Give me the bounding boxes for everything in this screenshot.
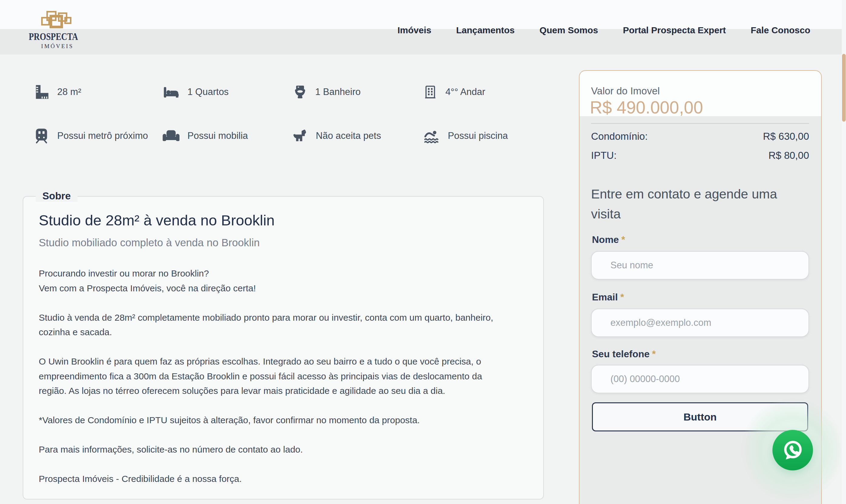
phone-input[interactable]	[591, 365, 809, 393]
ruler-icon	[34, 84, 49, 100]
email-field-label: Email*	[592, 292, 624, 303]
fee-row-iptu: IPTU: R$ 80,00	[591, 150, 809, 161]
feature-pool: Possui piscina	[423, 127, 508, 144]
main-nav: Imóveis Lançamentos Quem Somos Portal Pr…	[398, 21, 810, 39]
fees-divider	[591, 123, 809, 124]
feature-area: 28 m²	[34, 84, 81, 101]
feature-furnished: Possui mobilia	[162, 127, 248, 144]
listing-subtitle: Studio mobiliado completo à venda no Bro…	[39, 237, 260, 249]
feature-pets: Não aceita pets	[293, 127, 381, 144]
label-text: Seu telefone	[592, 348, 650, 359]
phone-field-label: Seu telefone*	[592, 348, 656, 360]
dog-icon	[293, 128, 308, 144]
property-listing-page: PROSPECTA IMÓVEIS Imóveis Lançamentos Qu…	[0, 0, 846, 504]
subway-icon	[34, 128, 49, 144]
feature-label: 1 Quartos	[187, 87, 229, 97]
fee-value: R$ 630,00	[763, 131, 809, 142]
email-input[interactable]	[591, 309, 809, 337]
name-field-label: Nome*	[592, 234, 625, 245]
fee-label: IPTU:	[591, 150, 617, 161]
brand-tagline: IMÓVEIS	[29, 43, 73, 50]
feature-label: 1 Banheiro	[315, 87, 361, 97]
submit-button[interactable]: Button	[592, 402, 808, 431]
feature-label: Não aceita pets	[316, 130, 381, 141]
feature-metro: Possui metrô próximo	[34, 127, 148, 144]
listing-title: Studio de 28m² à venda no Brooklin	[39, 212, 275, 229]
label-text: Nome	[592, 234, 619, 245]
name-input[interactable]	[591, 251, 809, 280]
swimmer-icon	[423, 128, 440, 144]
price-label: Valor do Imovel	[591, 85, 660, 97]
fee-row-condominio: Condomínio: R$ 630,00	[591, 131, 809, 142]
feature-label: 4°° Andar	[445, 87, 485, 97]
required-asterisk: *	[652, 348, 656, 359]
logo-squares-icon	[33, 9, 82, 32]
required-asterisk: *	[621, 234, 625, 245]
feature-label: Possui metrô próximo	[57, 130, 148, 141]
contact-form-heading: Entre em contato e agende uma visita	[591, 184, 803, 224]
scrollbar-track[interactable]	[842, 0, 846, 504]
about-legend: Sobre	[36, 190, 77, 202]
brand-logo[interactable]: PROSPECTA IMÓVEIS	[29, 8, 107, 49]
sofa-icon	[162, 128, 179, 144]
nav-item-quem-somos[interactable]: Quem Somos	[539, 25, 598, 35]
required-asterisk: *	[620, 292, 624, 303]
brand-name: PROSPECTA	[29, 31, 78, 42]
whatsapp-button[interactable]	[773, 430, 813, 470]
label-text: Email	[592, 292, 618, 303]
fee-label: Condomínio:	[591, 131, 648, 142]
feature-label: 28 m²	[57, 87, 81, 97]
listing-description: Procurando investir ou morar no Brooklin…	[39, 266, 507, 486]
feature-label: Possui mobilia	[187, 130, 248, 141]
scrollbar-thumb[interactable]	[842, 54, 846, 122]
nav-item-lancamentos[interactable]: Lançamentos	[456, 25, 515, 35]
building-icon	[423, 84, 437, 100]
feature-bathrooms: 1 Banheiro	[293, 84, 361, 101]
toilet-icon	[293, 84, 307, 100]
feature-floor: 4°° Andar	[423, 84, 485, 101]
feature-bedrooms: 1 Quartos	[162, 84, 229, 101]
bed-icon	[162, 84, 179, 100]
price-value: R$ 490.000,00	[590, 97, 703, 118]
feature-label: Possui piscina	[448, 130, 508, 141]
nav-item-fale-conosco[interactable]: Fale Conosco	[750, 25, 810, 35]
fee-value: R$ 80,00	[769, 150, 809, 161]
nav-item-imoveis[interactable]: Imóveis	[398, 25, 431, 35]
whatsapp-icon	[780, 437, 806, 463]
nav-item-portal-expert[interactable]: Portal Prospecta Expert	[623, 25, 726, 35]
